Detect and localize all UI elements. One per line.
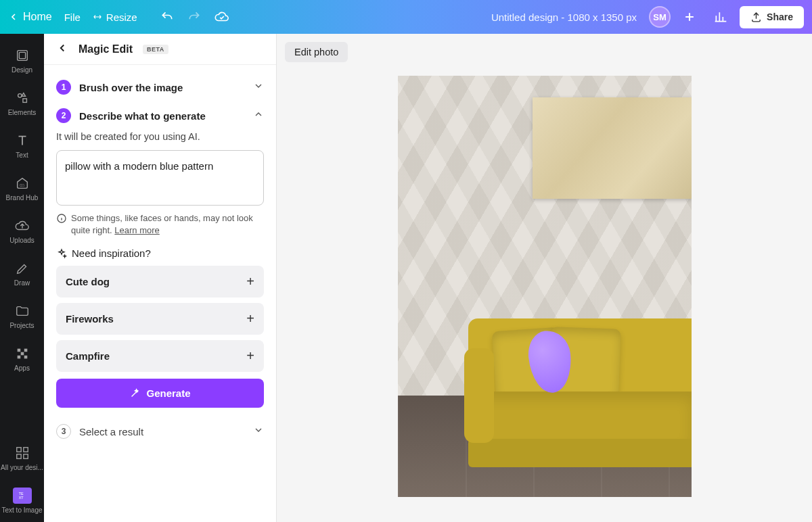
rail-text[interactable]: Text bbox=[0, 124, 44, 167]
plus-icon: + bbox=[246, 348, 254, 364]
panel-title: Magic Edit bbox=[78, 43, 133, 55]
back-button[interactable] bbox=[56, 42, 68, 57]
chevron-left-icon bbox=[56, 42, 68, 54]
brand-icon: CO. bbox=[15, 176, 30, 191]
step-label: Select a result bbox=[79, 426, 245, 437]
step-label: Describe what to generate bbox=[79, 110, 245, 122]
svg-rect-11 bbox=[23, 448, 27, 452]
svg-point-2 bbox=[18, 94, 21, 98]
file-menu[interactable]: File bbox=[64, 11, 81, 23]
rail-label: Design bbox=[12, 66, 32, 74]
design-name[interactable]: Untitled design - 1080 x 1350 px bbox=[491, 11, 637, 23]
step-number: 2 bbox=[56, 108, 71, 123]
learn-more-link[interactable]: Learn more bbox=[114, 225, 159, 235]
resize-icon bbox=[93, 12, 102, 22]
rail-text-to-image[interactable]: TEXT Text to Image bbox=[0, 479, 44, 522]
home-label: Home bbox=[23, 11, 52, 23]
rail-all-designs[interactable]: All your desi... bbox=[0, 437, 44, 479]
panel-header: Magic Edit BETA bbox=[44, 34, 276, 65]
plus-icon: + bbox=[246, 274, 254, 289]
upload-icon bbox=[750, 11, 762, 23]
rail-label: Draw bbox=[14, 279, 30, 287]
beta-badge: BETA bbox=[143, 45, 168, 54]
redo-icon bbox=[187, 10, 201, 24]
svg-rect-9 bbox=[20, 352, 24, 356]
text-icon bbox=[15, 133, 30, 148]
svg-text:XT: XT bbox=[18, 496, 24, 500]
rail-apps[interactable]: Apps bbox=[0, 337, 44, 380]
svg-rect-8 bbox=[24, 356, 27, 359]
cloud-check-icon bbox=[215, 9, 229, 24]
step-2-description: It will be created for you using AI. bbox=[56, 130, 264, 150]
chevron-up-icon bbox=[253, 109, 264, 122]
suggestion-item[interactable]: Fireworks + bbox=[56, 303, 264, 335]
plus-icon: + bbox=[246, 311, 254, 327]
template-icon bbox=[15, 48, 30, 63]
undo-button[interactable] bbox=[160, 10, 174, 24]
step-1-brush[interactable]: 1 Brush over the image bbox=[56, 73, 264, 101]
home-link[interactable]: Home bbox=[8, 11, 52, 23]
svg-rect-3 bbox=[22, 99, 26, 103]
topbar: Home File Resize Untitled design - 1080 … bbox=[0, 0, 812, 34]
step-2-describe[interactable]: 2 Describe what to generate bbox=[56, 101, 264, 130]
rail-projects[interactable]: Projects bbox=[0, 295, 44, 337]
canvas-area: Edit photo bbox=[277, 34, 812, 522]
shapes-icon bbox=[15, 91, 30, 105]
step-number: 3 bbox=[56, 424, 71, 439]
share-button[interactable]: Share bbox=[740, 6, 804, 28]
svg-text:TE: TE bbox=[18, 492, 23, 496]
avatar[interactable]: SM bbox=[649, 6, 671, 28]
rail-label: Text bbox=[16, 151, 28, 159]
wall-art bbox=[533, 97, 692, 199]
pencil-icon bbox=[15, 261, 30, 276]
suggestion-item[interactable]: Campfire + bbox=[56, 340, 264, 372]
undo-icon bbox=[160, 10, 174, 24]
folder-icon bbox=[15, 304, 30, 318]
suggestion-label: Fireworks bbox=[66, 313, 114, 325]
rail-elements[interactable]: Elements bbox=[0, 82, 44, 124]
generate-button[interactable]: Generate bbox=[56, 379, 264, 408]
step-3-select[interactable]: 3 Select a result bbox=[56, 417, 264, 446]
resize-label: Resize bbox=[106, 11, 137, 23]
rail-design[interactable]: Design bbox=[0, 39, 44, 82]
disclaimer: Some things, like faces or hands, may no… bbox=[56, 212, 264, 237]
svg-rect-7 bbox=[17, 356, 20, 359]
generate-label: Generate bbox=[146, 387, 190, 399]
edit-photo-button[interactable]: Edit photo bbox=[285, 42, 348, 62]
magic-wand-icon bbox=[129, 387, 141, 399]
svg-rect-12 bbox=[16, 454, 20, 458]
chart-icon bbox=[714, 10, 727, 24]
add-member-button[interactable] bbox=[677, 5, 702, 29]
svg-rect-10 bbox=[16, 448, 20, 452]
rail-brand-hub[interactable]: CO. Brand Hub bbox=[0, 167, 44, 210]
svg-rect-5 bbox=[17, 349, 20, 352]
insights-button[interactable] bbox=[708, 5, 733, 29]
rail-label: Apps bbox=[14, 364, 30, 372]
suggestion-item[interactable]: Cute dog + bbox=[56, 266, 264, 298]
plus-icon bbox=[683, 10, 696, 24]
cloud-upload-icon bbox=[15, 218, 30, 233]
svg-rect-6 bbox=[24, 349, 27, 352]
prompt-input-wrapper bbox=[56, 150, 264, 206]
redo-button[interactable] bbox=[187, 10, 201, 24]
rail-uploads[interactable]: Uploads bbox=[0, 210, 44, 252]
rail-label: Elements bbox=[8, 109, 37, 116]
side-panel: Magic Edit BETA 1 Brush over the image 2… bbox=[44, 34, 277, 522]
cloud-sync-button[interactable] bbox=[215, 9, 229, 24]
suggestion-label: Cute dog bbox=[66, 276, 110, 287]
inspiration-heading: Need inspiration? bbox=[56, 247, 264, 259]
share-label: Share bbox=[767, 11, 793, 22]
chevron-left-icon bbox=[8, 11, 19, 22]
svg-text:CO.: CO. bbox=[19, 184, 24, 187]
step-number: 1 bbox=[56, 80, 71, 95]
suggestion-label: Campfire bbox=[66, 350, 110, 362]
couch bbox=[468, 295, 692, 467]
resize-menu[interactable]: Resize bbox=[93, 11, 137, 23]
disclaimer-text: Some things, like faces or hands, may no… bbox=[71, 213, 253, 235]
rail-draw[interactable]: Draw bbox=[0, 252, 44, 295]
grid-icon bbox=[15, 346, 30, 361]
chevron-down-icon bbox=[253, 425, 264, 438]
prompt-input[interactable] bbox=[65, 160, 255, 195]
step-label: Brush over the image bbox=[79, 82, 245, 93]
design-canvas[interactable] bbox=[398, 76, 692, 497]
